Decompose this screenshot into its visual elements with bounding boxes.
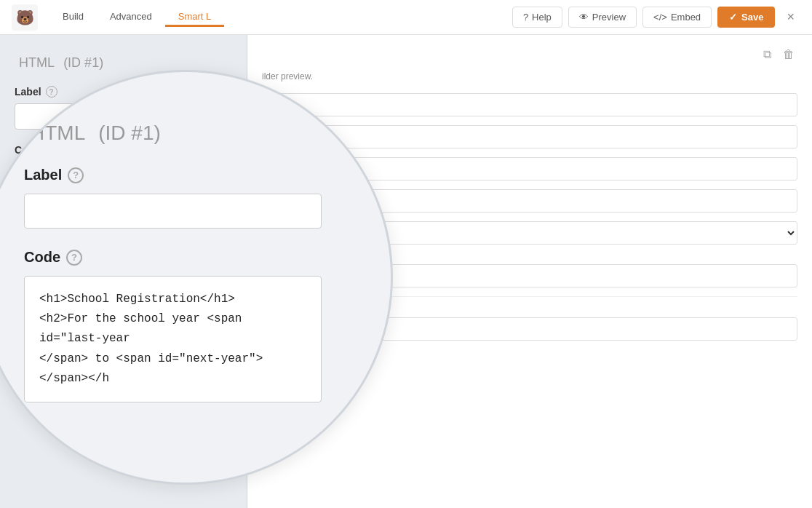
code-line-1: <h1>School Registration</h1>	[39, 290, 306, 309]
help-label: Help	[532, 12, 552, 23]
label-help-icon[interactable]: ?	[46, 86, 57, 98]
save-label: Save	[741, 12, 763, 23]
panel-title-id: (ID #1)	[63, 55, 103, 70]
magnify-code-area: <h1>School Registration</h1> <h2>For the…	[24, 276, 322, 402]
main-layout: HTML (ID #1) Label ? Code ? <h1>School R…	[0, 35, 812, 508]
magnify-title: HTML (ID #1)	[24, 116, 354, 146]
embed-icon: </>	[653, 12, 667, 23]
form-input-1[interactable]	[262, 93, 797, 116]
topbar: 🐻 Build Advanced Smart L ? Help 👁 Previe…	[0, 0, 812, 35]
magnify-label-help-icon: ?	[68, 167, 84, 183]
magnify-code-field: Code ?	[24, 249, 354, 266]
embed-label: Embed	[671, 12, 701, 23]
magnify-title-id: (ID #1)	[98, 122, 161, 144]
magnify-label-field: Label ?	[24, 167, 354, 183]
save-check-icon: ✓	[729, 12, 737, 23]
embed-button[interactable]: </> Embed	[642, 7, 712, 28]
code-line-3: </span> to <span id="next-year"></span><…	[39, 349, 306, 389]
form-field-1	[262, 93, 797, 116]
magnify-content: HTML (ID #1) Label ? Code ? <h1>School R…	[0, 72, 391, 483]
topbar-right: ? Help 👁 Preview </> Embed ✓ Save ×	[512, 7, 800, 28]
preview-button[interactable]: 👁 Preview	[568, 7, 637, 28]
tab-smart[interactable]: Smart L	[165, 8, 225, 27]
topbar-left: 🐻 Build Advanced Smart L	[12, 4, 224, 31]
tab-advanced[interactable]: Advanced	[97, 8, 165, 27]
preview-label: Preview	[592, 12, 626, 23]
copy-icon-button[interactable]: ⧉	[760, 47, 774, 63]
tab-build[interactable]: Build	[49, 8, 97, 27]
form-row-1	[262, 93, 797, 116]
help-button[interactable]: ? Help	[512, 7, 562, 28]
panel-title: HTML (ID #1)	[15, 52, 232, 71]
preview-icon: 👁	[579, 12, 589, 23]
logo-icon: 🐻	[12, 4, 38, 31]
panel-title-text: HTML	[19, 55, 55, 70]
code-line-2: <h2>For the school year <span id="last-y…	[39, 309, 306, 349]
magnify-code-help-icon: ?	[66, 250, 82, 266]
preview-note: ilder preview.	[262, 71, 797, 82]
save-button[interactable]: ✓ Save	[717, 7, 775, 28]
magnify-label-input	[24, 194, 322, 229]
delete-icon-button[interactable]: 🗑	[780, 47, 797, 63]
close-button[interactable]: ×	[781, 7, 800, 28]
tab-bar: Build Advanced Smart L	[49, 8, 224, 27]
help-icon: ?	[523, 12, 528, 23]
preview-toolbar: ⧉ 🗑	[262, 47, 797, 63]
